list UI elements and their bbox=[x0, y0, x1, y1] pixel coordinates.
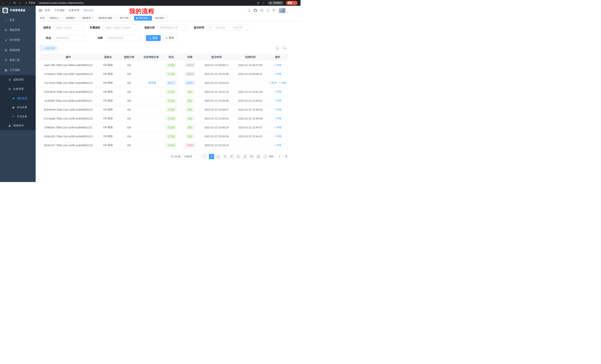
status-select[interactable]: 请选择状态 ∨ bbox=[54, 35, 87, 41]
font-size-icon[interactable]: TT bbox=[273, 9, 275, 12]
sidebar-item-task-management[interactable]: ⊞ 任务管理 ∧ bbox=[0, 84, 36, 94]
cell-end-time: 2022-01-22 23:46:09 bbox=[233, 114, 268, 123]
breadcrumb-task-management[interactable]: 任务管理 bbox=[69, 9, 79, 12]
fullscreen-icon[interactable] bbox=[267, 9, 269, 12]
search-icon[interactable] bbox=[248, 9, 250, 12]
breadcrumb: 首页 / 工作流程 / 任务管理 / 我的流程 bbox=[45, 9, 94, 12]
browser-menu-icon[interactable]: ⋮ bbox=[293, 1, 296, 4]
page-button-4[interactable]: 4 bbox=[229, 154, 234, 159]
sidebar-item-leave-query[interactable]: 请假查询 bbox=[0, 121, 36, 130]
goto-label: 前往 bbox=[269, 155, 274, 158]
warning-icon: ⚠ bbox=[25, 2, 27, 4]
page-size-select[interactable]: 10条/页 ∨ bbox=[182, 154, 201, 159]
page-button-11[interactable]: 11 bbox=[256, 154, 261, 159]
parent-process-input[interactable] bbox=[103, 25, 138, 31]
page-button-6[interactable]: 6 bbox=[242, 154, 248, 159]
reload-icon[interactable]: ↻ bbox=[13, 1, 16, 5]
sidebar-item-home[interactable]: ⌂ 首页 bbox=[0, 15, 36, 25]
prev-page-button[interactable]: ‹ bbox=[202, 154, 208, 159]
tab-start-process[interactable]: 发起流程× bbox=[153, 16, 168, 21]
sidebar-item-devtools[interactable]: ⚒ 研发工具 ∨ bbox=[0, 55, 36, 65]
detail-link[interactable]: ✎详情 bbox=[274, 135, 281, 138]
detail-link[interactable]: ✎详情 bbox=[274, 72, 281, 76]
yen-icon: ¥ bbox=[4, 38, 8, 42]
detail-link[interactable]: ✎详情 bbox=[274, 117, 281, 120]
sidebar-item-my-process[interactable]: ☻ 我的流程 bbox=[0, 94, 36, 103]
refresh-icon: ↻ bbox=[165, 37, 168, 39]
cell-submit-time: 2022-01-22 23:53:35 bbox=[200, 70, 233, 78]
edit-icon: ✎ bbox=[274, 117, 276, 120]
sidebar-item-payment[interactable]: ¥ 支付管理 ∨ bbox=[0, 35, 36, 45]
detail-link[interactable]: ✎详情 bbox=[274, 63, 281, 67]
close-icon[interactable]: × bbox=[76, 17, 77, 19]
cancel-link[interactable]: ⊘取消 bbox=[269, 81, 277, 85]
browser-home-icon[interactable]: ⌂ bbox=[19, 1, 22, 4]
breadcrumb-home[interactable]: 首页 bbox=[45, 9, 50, 12]
avatar[interactable] bbox=[279, 8, 285, 13]
category-select[interactable]: 请选择流程分类 ∨ bbox=[158, 25, 188, 31]
close-icon[interactable]: × bbox=[149, 17, 150, 19]
close-icon[interactable]: × bbox=[92, 17, 93, 19]
page-button-2[interactable]: 2 bbox=[216, 154, 221, 159]
close-icon[interactable]: × bbox=[113, 17, 115, 19]
tab-home[interactable]: 首页 bbox=[38, 16, 46, 21]
bookmark-star-icon[interactable]: ☆ bbox=[262, 1, 265, 4]
page-button-5[interactable]: 5 bbox=[236, 154, 241, 159]
current-task-link[interactable]: 一级审批 bbox=[146, 81, 156, 84]
start-date-placeholder: 开始日期 bbox=[212, 26, 229, 29]
detail-link[interactable]: ✎详情 bbox=[274, 108, 281, 111]
cell-name: OA 请假 bbox=[97, 141, 119, 150]
app-logo[interactable]: 芋道管理系统 bbox=[0, 6, 36, 15]
status-badge: 进行中 bbox=[166, 81, 176, 85]
close-icon[interactable]: × bbox=[165, 17, 166, 19]
sidebar-item-label: 基础设施 bbox=[10, 48, 20, 52]
more-pages-button[interactable]: ••• bbox=[249, 154, 254, 159]
detail-link[interactable]: ✎详情 bbox=[274, 99, 281, 102]
sidebar-item-done-tasks[interactable]: ✂ 已办任务 bbox=[0, 112, 36, 121]
caret-down-icon[interactable]: ▾ bbox=[287, 11, 288, 13]
page-button-3[interactable]: 3 bbox=[222, 154, 228, 159]
refresh-table-button[interactable]: ↻ bbox=[282, 46, 288, 51]
next-page-button[interactable]: › bbox=[262, 154, 268, 159]
goto-page-input[interactable] bbox=[275, 154, 284, 159]
reset-button[interactable]: ↻ 重置 bbox=[162, 35, 177, 41]
sidebar-item-infrastructure[interactable]: ▤ 基础设施 ∨ bbox=[0, 45, 36, 55]
detail-link[interactable]: ✎详情 bbox=[274, 90, 281, 94]
start-process-button[interactable]: ＋ 发起流程 bbox=[40, 46, 57, 51]
col-current-task: 当前审批任务 bbox=[140, 54, 163, 61]
sidebar-item-workflow[interactable]: ▣ 工作流程 ∧ bbox=[0, 65, 36, 75]
result-select[interactable]: 请选择流结果 ∨ bbox=[106, 35, 141, 41]
detail-link[interactable]: ✎详情 bbox=[274, 126, 281, 129]
date-range-picker[interactable]: 开始日期 - 结束日期 bbox=[207, 25, 248, 31]
close-icon[interactable]: × bbox=[130, 17, 131, 19]
tab-process-form[interactable]: 流程表单× bbox=[80, 16, 95, 21]
tab-user-group[interactable]: 用户分组× bbox=[118, 16, 133, 21]
process-name-input[interactable] bbox=[54, 25, 84, 31]
collapse-sidebar-icon[interactable] bbox=[39, 9, 42, 12]
github-icon[interactable] bbox=[254, 9, 257, 12]
address-bar[interactable]: ⚠ 不安全 | dashboard.yudao.iocoder.cn/bpm/t… bbox=[25, 1, 255, 4]
cell-submit-time: 2022-01-22 23:46:47 bbox=[200, 105, 233, 114]
forward-icon[interactable]: → bbox=[7, 1, 11, 4]
sidebar-item-system[interactable]: ⚙ 系统管理 ∨ bbox=[0, 25, 36, 35]
sidebar-item-todo-tasks[interactable]: ◉ 待办任务 bbox=[0, 103, 36, 112]
tab-my-process-active[interactable]: 我的流程× bbox=[134, 16, 152, 21]
tab-process-model[interactable]: 流程模型× bbox=[64, 16, 79, 21]
cell-submit-time: 2022-01-22 23:46:04 bbox=[200, 114, 233, 123]
key-icon[interactable] bbox=[257, 1, 260, 4]
back-icon[interactable]: ← bbox=[2, 1, 5, 4]
sidebar-item-label: 支付管理 bbox=[10, 38, 20, 42]
sidebar-item-process-management[interactable]: ≣ 流程管理 ∨ bbox=[0, 75, 36, 84]
page-button-1[interactable]: 1 bbox=[209, 154, 214, 159]
search-button[interactable]: 搜索 bbox=[146, 35, 161, 41]
edit-icon: ✎ bbox=[274, 73, 276, 75]
tab-process-form-edit[interactable]: 流程表单-编辑× bbox=[96, 16, 117, 21]
browser-update-button[interactable]: 更新 ⋮ bbox=[286, 1, 298, 5]
toggle-search-button[interactable] bbox=[274, 46, 280, 51]
close-icon[interactable]: × bbox=[60, 17, 61, 19]
help-icon[interactable]: ? bbox=[260, 9, 263, 12]
detail-link[interactable]: ✎详情 bbox=[279, 81, 286, 85]
tab-process-definition[interactable]: 流程定义× bbox=[48, 16, 63, 21]
breadcrumb-workflow[interactable]: 工作流程 bbox=[54, 9, 65, 12]
detail-link[interactable]: ✎详情 bbox=[274, 144, 281, 147]
